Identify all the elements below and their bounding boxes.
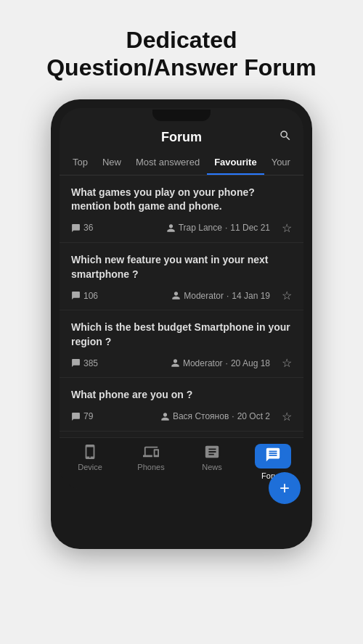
post-author-date: Moderator · 20 Aug 18 [171, 358, 270, 368]
nav-active-bg [255, 444, 291, 468]
post-meta: 36 Trap Lance · 11 Dec 21 ☆ [71, 221, 292, 235]
tab-top[interactable]: Top [65, 151, 95, 175]
post-author-date: Вася Стоянов · 20 Oct 2 [160, 411, 270, 421]
page-headline: Dedicated Question/Answer Forum [22, 26, 341, 82]
page-header: Dedicated Question/Answer Forum [0, 0, 363, 99]
phone-screen: Forum Top New Most answered Favourite Yo… [60, 108, 303, 489]
forum-tabs: Top New Most answered Favourite Your [60, 151, 303, 176]
nav-item-news[interactable]: News [182, 444, 242, 480]
nav-label-news: News [202, 463, 222, 471]
post-meta: 106 Moderator · 14 Jan 19 ☆ [71, 289, 292, 302]
post-item[interactable]: Which is the best budget Smartphone in y… [60, 310, 303, 378]
nav-label-phones: Phones [137, 463, 164, 471]
post-replies: 36 [71, 223, 93, 233]
post-title: What games you play on your phone? menti… [71, 186, 292, 214]
phone-notch [152, 110, 211, 121]
tab-favourite[interactable]: Favourite [207, 151, 264, 175]
post-meta: 79 Вася Стоянов · 20 Oct 2 ☆ [71, 410, 292, 424]
post-replies: 385 [71, 358, 98, 368]
post-item[interactable]: Which new feature you want in your next … [60, 243, 303, 310]
post-item[interactable]: What phone are you on ? 79 Вася Стоянов … [60, 378, 303, 432]
star-icon[interactable]: ☆ [282, 289, 292, 302]
search-icon[interactable] [279, 129, 292, 146]
post-title: What phone are you on ? [71, 388, 292, 402]
forum-title: Forum [161, 130, 202, 145]
phone-mockup: Forum Top New Most answered Favourite Yo… [51, 99, 312, 549]
bottom-nav: Device Phones News Forum [60, 437, 303, 489]
post-title: Which new feature you want in your next … [71, 253, 292, 281]
tab-your[interactable]: Your [264, 151, 298, 175]
nav-item-device[interactable]: Device [60, 444, 121, 480]
forum-header: Forum [60, 123, 303, 151]
post-item[interactable]: What games you play on your phone? menti… [60, 176, 303, 243]
nav-item-phones[interactable]: Phones [121, 444, 182, 480]
nav-label-device: Device [78, 463, 102, 471]
post-meta: 385 Moderator · 20 Aug 18 ☆ [71, 356, 292, 370]
tab-most-answered[interactable]: Most answered [129, 151, 207, 175]
post-replies: 106 [71, 291, 98, 301]
star-icon[interactable]: ☆ [282, 410, 292, 424]
tab-new[interactable]: New [95, 151, 129, 175]
nav-item-forum[interactable]: Forum [242, 444, 303, 480]
star-icon[interactable]: ☆ [282, 221, 292, 235]
post-title: Which is the best budget Smartphone in y… [71, 321, 292, 349]
post-replies: 79 [71, 411, 93, 421]
star-icon[interactable]: ☆ [282, 356, 292, 370]
post-author-date: Moderator · 14 Jan 19 [171, 291, 270, 301]
phone-top-bar [60, 108, 303, 123]
posts-list: What games you play on your phone? menti… [60, 176, 303, 437]
post-author-date: Trap Lance · 11 Dec 21 [166, 223, 270, 233]
